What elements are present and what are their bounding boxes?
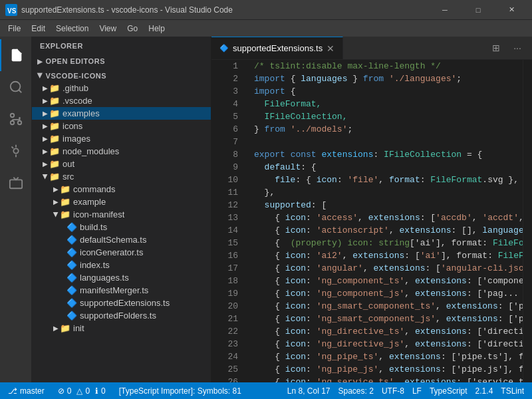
tslint-label: TSLint [501,386,524,396]
tree-item-icons[interactable]: ▶ 📁 icons [32,120,211,132]
menu-selection[interactable]: Selection [51,23,94,35]
window-controls: ─ □ ✕ [430,0,527,20]
activity-explorer[interactable] [0,39,32,71]
code-editor: 123456 789101112 131415161718 1920212223… [211,60,532,382]
line-ending[interactable]: LF [410,386,424,396]
open-editors-header[interactable]: ▶ OPEN EDITORS [32,55,211,67]
tree-item-out[interactable]: ▶ 📁 out [32,158,211,170]
tree-item-init[interactable]: ▶ 📁 init [32,322,211,334]
line-numbers: 123456 789101112 131415161718 1920212223… [211,60,243,382]
file-icon: 🔷 [66,273,77,283]
tslint[interactable]: TSLint [498,386,527,396]
activity-debug[interactable] [0,135,32,167]
vscode-icons-label: VSCODE-ICONS [46,72,107,80]
svg-point-2 [10,82,20,92]
menu-file[interactable]: File [3,23,26,35]
tree-item-defaultschema[interactable]: 🔷 defaultSchema.ts [32,233,211,246]
tab-supported-extensions[interactable]: 🔷 supportedExtensions.ts ✕ [211,37,343,59]
encoding[interactable]: UTF-8 [379,386,407,396]
activity-extensions[interactable] [0,167,32,199]
main-layout: EXPLORER ▶ OPEN EDITORS ▶ VSCODE-ICONS ▶ [0,37,532,382]
code-line-19: { icon: 'ng_component_js', extensions: [… [254,287,512,300]
tree-item-example[interactable]: ▶ 📁 example [32,196,211,208]
tree-item-src[interactable]: ▶ 📁 src [32,170,211,183]
tree-item-label: build.ts [80,222,107,232]
activity-bar [0,37,32,382]
editor-scrollbar[interactable] [523,60,532,382]
tree-item-manifestmerger[interactable]: 🔷 manifestMerger.ts [32,284,211,297]
error-count: 0 [67,386,72,396]
more-actions-button[interactable]: ··· [508,39,527,57]
minimize-button[interactable]: ─ [430,0,460,20]
sidebar-content[interactable]: ▶ OPEN EDITORS ▶ VSCODE-ICONS ▶ 📁 .githu… [32,55,211,382]
code-line-22: { icon: 'ng_directive_ts', extensions: [… [254,325,512,338]
folder-chevron: ▶ [43,148,48,155]
maximize-button[interactable]: □ [463,0,493,20]
file-icon: 🔷 [66,298,77,308]
code-line-5: IFileCollection, [254,110,512,123]
vscode-icons-header[interactable]: ▶ VSCODE-ICONS [32,70,211,82]
file-icon: 🔷 [66,311,77,321]
folder-icon: 📁 [49,146,60,156]
menu-go[interactable]: Go [122,23,143,35]
split-editor-button[interactable]: ⊞ [487,39,505,57]
tree-item-languages[interactable]: 🔷 languages.ts [32,271,211,284]
code-line-11: }, [254,186,512,199]
tree-item-label: icon-manifest [73,209,124,219]
tree-item-label: examples [63,108,100,118]
folder-icon: 📁 [60,209,70,219]
indentation[interactable]: Spaces: 2 [336,386,376,396]
code-line-8: export const extensions: IFileCollection… [254,148,512,161]
folder-chevron: ▶ [42,174,49,180]
language-mode[interactable]: TypeScript [427,386,470,396]
tree-item-node-modules[interactable]: ▶ 📁 node_modules [32,145,211,158]
branch-name: master [20,386,45,396]
folder-icon: 📁 [49,134,60,144]
code-line-2: import { languages } from './languages'; [254,72,512,85]
folder-chevron: ▶ [43,97,48,104]
statusbar: ⎇ master ⊘ 0 △ 0 ℹ 0 [TypeScript Importe… [0,382,532,399]
file-icon: 🔷 [66,222,77,232]
spaces-label: Spaces: 2 [338,386,374,396]
menu-help[interactable]: Help [143,23,170,35]
code-line-15: { (property) icon: string['ai'], format:… [254,237,512,249]
tree-item-commands[interactable]: ▶ 📁 commands [32,183,211,196]
menu-edit[interactable]: Edit [26,23,51,35]
tab-close-button[interactable]: ✕ [327,43,334,54]
folder-chevron: ▶ [53,212,60,217]
language-importer-label: [TypeScript Importer]: Symbols: 81 [119,386,241,396]
tree-item-label: supportedFolders.ts [80,311,156,321]
activity-search[interactable] [0,71,32,103]
svg-text:VS: VS [7,7,17,15]
open-editors-chevron: ▶ [37,58,43,65]
error-icon: ⊘ [58,386,65,396]
tree-item-index[interactable]: 🔷 index.ts [32,259,211,271]
cursor-position[interactable]: Ln 8, Col 17 [285,386,333,396]
folder-chevron: ▶ [43,84,48,92]
ts-version[interactable]: 2.1.4 [473,386,496,396]
open-editors-label: OPEN EDITORS [46,57,106,65]
errors-warnings[interactable]: ⊘ 0 △ 0 ℹ 0 [55,386,108,396]
tree-item-supportedfolders[interactable]: 🔷 supportedFolders.ts [32,309,211,322]
code-content[interactable]: /* tslint:disable max-line-length */ imp… [243,60,523,382]
code-line-23: { icon: 'ng_directive_js', extensions: [… [254,338,512,350]
menu-view[interactable]: View [94,23,122,35]
tree-item-github[interactable]: ▶ 📁 .github [32,82,211,94]
tree-item-icon-manifest[interactable]: ▶ 📁 icon-manifest [32,208,211,221]
language-importer-info[interactable]: [TypeScript Importer]: Symbols: 81 [116,386,244,396]
cursor-label: Ln 8, Col 17 [287,386,331,396]
open-editors-section: ▶ OPEN EDITORS [32,55,211,67]
tree-item-images[interactable]: ▶ 📁 images [32,132,211,145]
tree-item-vscode[interactable]: ▶ 📁 .vscode [32,94,211,107]
file-icon: 🔷 [66,260,77,270]
info-icon: ℹ [95,386,98,396]
activity-source-control[interactable] [0,103,32,135]
tree-item-build[interactable]: 🔷 build.ts [32,221,211,233]
sidebar: EXPLORER ▶ OPEN EDITORS ▶ VSCODE-ICONS ▶ [32,37,211,382]
vscode-icons-chevron: ▶ [37,73,44,79]
close-button[interactable]: ✕ [496,0,527,20]
git-branch[interactable]: ⎇ master [5,386,47,396]
tree-item-supportedextensions[interactable]: 🔷 supportedExtensions.ts [32,297,211,309]
tree-item-examples[interactable]: ▶ 📁 examples [32,107,211,120]
tree-item-icongenerator[interactable]: 🔷 iconGenerator.ts [32,246,211,259]
